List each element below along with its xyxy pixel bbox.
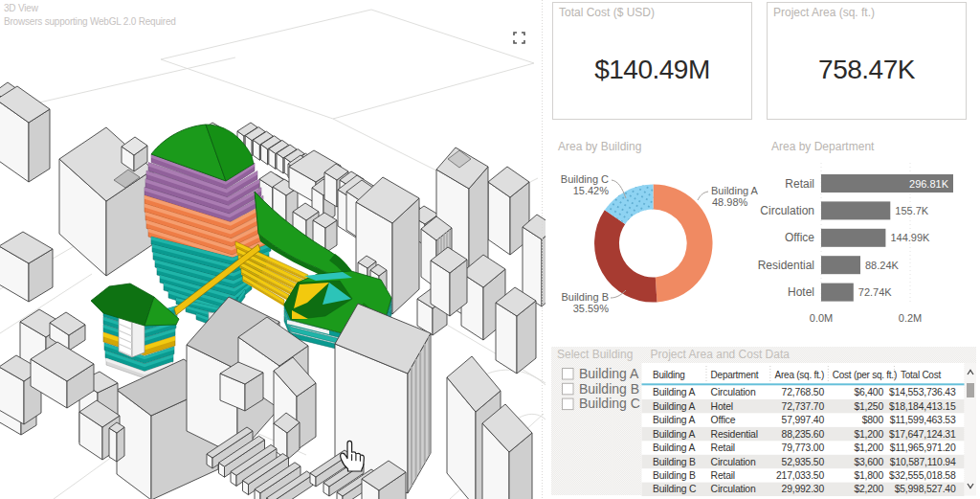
- svg-text:Building C: Building C: [579, 396, 640, 411]
- svg-text:$32,555,018.58: $32,555,018.58: [889, 470, 956, 481]
- svg-text:Retail: Retail: [785, 177, 814, 191]
- svg-text:$17,647,124.31: $17,647,124.31: [889, 429, 956, 440]
- svg-text:Total Cost: Total Cost: [901, 370, 941, 380]
- svg-text:$800: $800: [862, 415, 884, 425]
- svg-text:Select Building: Select Building: [557, 348, 633, 361]
- svg-text:Hotel: Hotel: [788, 285, 814, 299]
- svg-text:Area by Department: Area by Department: [771, 140, 875, 153]
- svg-text:144.99K: 144.99K: [890, 232, 930, 243]
- svg-text:Hotel: Hotel: [711, 401, 733, 412]
- svg-text:29,992.30: 29,992.30: [782, 484, 825, 494]
- svg-text:Circulation: Circulation: [711, 457, 756, 467]
- svg-text:$11,599,463.53: $11,599,463.53: [890, 415, 956, 425]
- svg-text:217,033.50: 217,033.50: [776, 470, 824, 481]
- svg-text:35.59%: 35.59%: [573, 303, 610, 314]
- svg-text:88,235.60: 88,235.60: [782, 429, 825, 440]
- svg-text:$10,587,110.94: $10,587,110.94: [890, 457, 956, 467]
- svg-text:Building A: Building A: [579, 366, 639, 381]
- svg-text:$14,553,736.43: $14,553,736.43: [889, 387, 956, 397]
- svg-text:Project Area and Cost Data: Project Area and Cost Data: [651, 348, 791, 361]
- svg-text:Area (sq. ft.): Area (sq. ft.): [775, 370, 825, 380]
- svg-text:0.2M: 0.2M: [899, 312, 922, 324]
- svg-text:Building C: Building C: [561, 173, 609, 185]
- svg-text:52,935.50: 52,935.50: [782, 457, 825, 467]
- svg-text:Cost (per sq. ft.): Cost (per sq. ft.): [833, 370, 897, 380]
- svg-text:Building A: Building A: [653, 442, 695, 453]
- svg-text:48.98%: 48.98%: [712, 196, 748, 208]
- svg-text:Building: Building: [653, 370, 685, 380]
- svg-text:155.7K: 155.7K: [895, 205, 929, 216]
- svg-text:$1,200: $1,200: [854, 429, 883, 440]
- svg-text:$1,800: $1,800: [854, 470, 883, 481]
- svg-text:72,737.70: 72,737.70: [782, 401, 825, 412]
- svg-text:Office: Office: [711, 415, 736, 425]
- svg-text:$18,184,413.15: $18,184,413.15: [889, 401, 956, 412]
- svg-text:$2,200: $2,200: [854, 484, 883, 494]
- svg-text:79,773.00: 79,773.00: [782, 442, 825, 453]
- svg-text:296.81K: 296.81K: [909, 178, 949, 190]
- svg-text:$5,998,527.40: $5,998,527.40: [895, 484, 956, 494]
- svg-text:15.42%: 15.42%: [573, 185, 610, 196]
- svg-text:$3,600: $3,600: [854, 457, 883, 467]
- svg-text:Building B: Building B: [653, 457, 696, 467]
- svg-text:57,997.40: 57,997.40: [782, 415, 825, 425]
- svg-text:Building A: Building A: [711, 185, 759, 196]
- svg-text:Building C: Building C: [653, 484, 697, 494]
- svg-text:Building A: Building A: [653, 429, 695, 440]
- svg-text:Residential: Residential: [758, 259, 814, 272]
- svg-text:Area by Building: Area by Building: [558, 140, 641, 153]
- svg-text:0.0M: 0.0M: [810, 312, 833, 324]
- svg-text:Circulation: Circulation: [711, 387, 756, 397]
- svg-text:Circulation: Circulation: [711, 484, 756, 494]
- svg-text:Retail: Retail: [711, 442, 735, 453]
- svg-text:88.24K: 88.24K: [865, 260, 900, 271]
- svg-text:72.74K: 72.74K: [858, 286, 893, 298]
- svg-text:Retail: Retail: [711, 470, 735, 481]
- svg-text:Building B: Building B: [579, 381, 639, 397]
- svg-text:Building A: Building A: [653, 415, 695, 425]
- svg-text:Building A: Building A: [653, 387, 695, 397]
- svg-text:Building B: Building B: [653, 470, 696, 481]
- svg-text:$11,965,971.20: $11,965,971.20: [890, 442, 956, 453]
- svg-text:$1,200: $1,200: [854, 442, 883, 453]
- svg-text:Building A: Building A: [653, 401, 695, 412]
- svg-text:Residential: Residential: [711, 429, 758, 440]
- svg-text:$1,250: $1,250: [854, 401, 883, 412]
- svg-text:Department: Department: [711, 370, 759, 380]
- svg-text:Building B: Building B: [561, 291, 609, 303]
- svg-text:72,768.50: 72,768.50: [782, 387, 825, 397]
- svg-text:Circulation: Circulation: [760, 204, 814, 217]
- svg-text:Office: Office: [785, 231, 814, 244]
- svg-text:$6,400: $6,400: [854, 387, 883, 397]
